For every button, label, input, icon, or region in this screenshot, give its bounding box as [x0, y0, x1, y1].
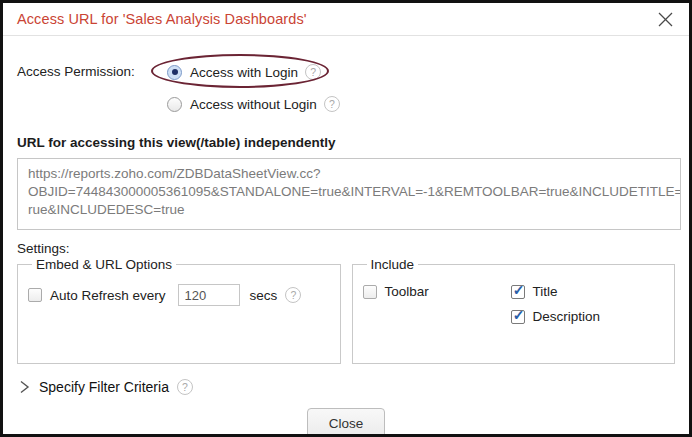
radio-option-access-with-login[interactable]: Access with Login ? [157, 58, 340, 86]
chevron-right-icon[interactable] [17, 380, 31, 394]
auto-refresh-label: Auto Refresh every [50, 288, 166, 303]
secs-label: secs [250, 288, 278, 303]
url-section-label: URL for accessing this view(/table) inde… [17, 135, 675, 150]
settings-label: Settings: [17, 241, 675, 256]
url-text-line: rue&INCLUDEDESC=true [28, 201, 670, 219]
title-checkbox[interactable]: ✓ [511, 285, 525, 299]
access-permission-row: Access Permission: Access with Login ? A… [17, 58, 675, 118]
close-button[interactable]: Close [307, 408, 386, 437]
title-label: Title [533, 284, 558, 299]
description-option-row[interactable]: ✓ Description [511, 309, 601, 324]
dialog-title: Access URL for 'Sales Analysis Dashboard… [17, 11, 307, 27]
embed-url-options-legend: Embed & URL Options [32, 257, 176, 272]
description-label: Description [533, 309, 601, 324]
toolbar-checkbox[interactable] [363, 285, 377, 299]
access-permission-radio-group: Access with Login ? Access without Login… [157, 58, 340, 118]
include-fieldset: Include Toolbar ✓ Title [352, 257, 676, 364]
help-icon[interactable]: ? [177, 379, 193, 395]
radio-button-unselected[interactable] [167, 97, 182, 112]
dialog-footer: Close [17, 408, 675, 437]
close-icon[interactable] [655, 9, 675, 29]
help-icon[interactable]: ? [324, 96, 340, 112]
radio-label: Access with Login [190, 65, 298, 80]
include-column-right: ✓ Title ✓ Description [511, 272, 601, 324]
checkmark-icon: ✓ [513, 310, 525, 320]
include-column-left: Toolbar [363, 272, 511, 324]
help-icon[interactable]: ? [285, 287, 301, 303]
description-checkbox[interactable]: ✓ [511, 310, 525, 324]
radio-label: Access without Login [190, 97, 317, 112]
radio-dot [172, 69, 178, 75]
refresh-interval-input[interactable] [178, 284, 240, 306]
help-icon[interactable]: ? [305, 64, 321, 80]
include-legend: Include [367, 257, 419, 272]
url-textarea[interactable]: https://reports.zoho.com/ZDBDataSheetVie… [17, 158, 681, 230]
dialog-titlebar: Access URL for 'Sales Analysis Dashboard… [3, 3, 689, 36]
specify-filter-criteria-label: Specify Filter Criteria [39, 379, 169, 395]
url-text-line: OBJID=744843000005361095&STANDALONE=true… [28, 183, 670, 201]
radio-button-selected[interactable] [167, 65, 182, 80]
radio-option-access-without-login[interactable]: Access without Login ? [157, 90, 340, 118]
toolbar-label: Toolbar [385, 284, 429, 299]
dialog-content: Access Permission: Access with Login ? A… [3, 36, 689, 437]
access-url-dialog: Access URL for 'Sales Analysis Dashboard… [0, 0, 692, 437]
settings-fieldsets: Embed & URL Options Auto Refresh every s… [17, 257, 675, 364]
auto-refresh-row: Auto Refresh every secs ? [28, 284, 330, 306]
toolbar-option-row[interactable]: Toolbar [363, 284, 511, 299]
title-option-row[interactable]: ✓ Title [511, 284, 601, 299]
url-text-line: https://reports.zoho.com/ZDBDataSheetVie… [28, 165, 670, 183]
embed-url-options-fieldset: Embed & URL Options Auto Refresh every s… [17, 257, 341, 364]
auto-refresh-checkbox[interactable] [28, 288, 42, 302]
checkmark-icon: ✓ [513, 285, 525, 295]
specify-filter-criteria-row[interactable]: Specify Filter Criteria ? [17, 379, 675, 395]
include-columns: Toolbar ✓ Title ✓ Description [363, 272, 665, 324]
access-permission-label: Access Permission: [17, 58, 143, 118]
